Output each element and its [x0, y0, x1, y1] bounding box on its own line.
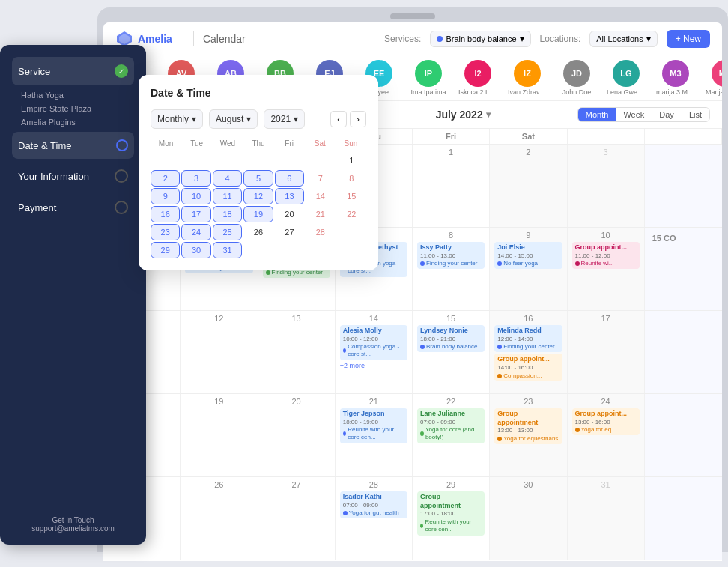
cal-cell[interactable]: 24 Group appoint... 13:00 - 16:00 Yoga f…: [568, 394, 645, 476]
cal-cell[interactable]: 29 Group appointment 17:00 - 18:00 Reuni…: [413, 477, 490, 560]
employee-item-9[interactable]: JDJohn Doe: [557, 60, 596, 96]
cal-event[interactable]: Group appoint... 11:00 - 12:00 Reunite w…: [572, 242, 640, 269]
mini-day[interactable]: 30: [181, 242, 210, 258]
more-events-link[interactable]: +2 more: [340, 362, 407, 369]
year-select[interactable]: 2021 ▾: [264, 109, 305, 129]
cal-event[interactable]: Issy Patty 11:00 - 13:00 Finding your ce…: [417, 242, 485, 269]
cal-cell[interactable]: 26: [181, 477, 258, 560]
cal-cell[interactable]: 13: [258, 311, 336, 393]
cal-event[interactable]: Isador Kathi 07:00 - 09:00 Yoga for gut …: [340, 491, 407, 518]
sidebar-step-datetime[interactable]: Date & Time: [12, 132, 134, 159]
cal-event[interactable]: Group appointment 17:00 - 18:00 Reunite …: [417, 491, 485, 536]
mini-day[interactable]: 15: [337, 188, 366, 204]
employee-item-6[interactable]: IPIma Ipatima: [409, 60, 448, 96]
tab-week[interactable]: Week: [616, 108, 652, 121]
mini-day[interactable]: 13: [275, 188, 304, 204]
mini-day[interactable]: 2: [151, 170, 180, 187]
cal-event[interactable]: Lyndsey Nonie 18:00 - 21:00 Brain body b…: [417, 325, 485, 352]
month-select[interactable]: August ▾: [209, 109, 258, 129]
cal-cell[interactable]: 28 Isador Kathi 07:00 - 09:00 Yoga for g…: [336, 477, 413, 560]
service-filter[interactable]: Brain body balance ▾: [430, 31, 530, 47]
cal-event[interactable]: Group appoint... 14:00 - 16:00 Compassio…: [494, 354, 562, 380]
mini-day[interactable]: 3: [181, 170, 210, 187]
tab-list[interactable]: List: [682, 108, 709, 121]
cal-cell[interactable]: 30: [490, 477, 567, 560]
cal-cell[interactable]: 2: [490, 145, 567, 227]
cal-cell[interactable]: 27: [258, 477, 336, 560]
mini-day[interactable]: [337, 224, 366, 240]
cal-cell[interactable]: 20: [258, 394, 336, 476]
sub-item-plugins[interactable]: Amelia Plugins: [21, 115, 134, 129]
mini-day[interactable]: 26: [243, 224, 273, 240]
mini-day[interactable]: 4: [213, 170, 242, 187]
cal-event[interactable]: Joi Elsie 14:00 - 15:00 No fear yoga: [494, 242, 562, 269]
cal-cell[interactable]: 31: [568, 477, 645, 560]
employee-item-11[interactable]: M3marija 3 Mike Sober: [656, 60, 695, 96]
cal-event[interactable]: Tiger Jepson 18:00 - 19:00 Reunite with …: [340, 408, 407, 443]
mini-day[interactable]: 14: [306, 188, 335, 204]
mini-day[interactable]: 6: [275, 170, 304, 187]
tab-month[interactable]: Month: [578, 108, 616, 121]
mini-day[interactable]: 10: [181, 188, 210, 204]
employee-item-7[interactable]: I2Iskrica 2 Lexie Erme: [458, 60, 497, 96]
mini-day[interactable]: 8: [337, 170, 366, 187]
mini-day[interactable]: 17: [181, 206, 210, 222]
cal-cell[interactable]: 15 Lyndsey Nonie 18:00 - 21:00 Brain bod…: [413, 311, 490, 393]
mini-day[interactable]: 7: [306, 170, 335, 187]
location-filter[interactable]: All Locations ▾: [589, 31, 657, 47]
sidebar-step-info[interactable]: Your Information: [12, 162, 134, 190]
cal-cell[interactable]: 16 Melinda Redd 12:00 - 14:00 Finding yo…: [490, 311, 567, 393]
cal-event[interactable]: Alesia Molly 10:00 - 12:00 Compassion yo…: [340, 325, 407, 360]
mini-day[interactable]: 25: [213, 224, 242, 240]
mini-day[interactable]: 9: [151, 188, 180, 204]
employee-item-10[interactable]: LGLena Gwen...: [607, 60, 646, 96]
sidebar-step-service[interactable]: Service ✓: [12, 57, 134, 85]
sub-item-empire[interactable]: Empire State Plaza: [21, 102, 134, 115]
mini-next-button[interactable]: ›: [350, 111, 366, 127]
employee-avatar: JD: [563, 60, 590, 87]
cal-cell[interactable]: 17: [568, 311, 645, 393]
cal-cell[interactable]: 14 Alesia Molly 10:00 - 12:00 Compassion…: [336, 311, 413, 393]
datetime-controls-row: Monthly ▾ August ▾ 2021 ▾ ‹ ›: [151, 109, 366, 129]
view-select[interactable]: Monthly ▾: [151, 109, 203, 129]
header-extra2: [645, 129, 722, 144]
mini-day[interactable]: 19: [243, 206, 273, 222]
mini-day[interactable]: 21: [306, 206, 335, 222]
cal-event[interactable]: Lane Julianne 07:00 - 09:00 Yoga for cor…: [417, 408, 485, 443]
mini-day[interactable]: 16: [151, 206, 180, 222]
mini-day[interactable]: 29: [151, 242, 180, 258]
sub-item-hatha[interactable]: Hatha Yoga: [21, 88, 134, 102]
mini-day[interactable]: 5: [243, 170, 273, 187]
cal-event[interactable]: Melinda Redd 12:00 - 14:00 Finding your …: [494, 325, 562, 352]
cal-cell[interactable]: 22 Lane Julianne 07:00 - 09:00 Yoga for …: [413, 394, 490, 476]
cal-cell[interactable]: 3: [568, 145, 645, 227]
cal-cell[interactable]: 19: [181, 394, 258, 476]
mini-prev-button[interactable]: ‹: [330, 111, 347, 127]
mini-day[interactable]: 11: [213, 188, 242, 204]
employee-item-8[interactable]: IZIvan Zdravk...: [508, 60, 547, 96]
mini-day[interactable]: 12: [243, 188, 273, 204]
mini-day[interactable]: 1: [337, 152, 366, 169]
cal-cell[interactable]: 9 Joi Elsie 14:00 - 15:00 No fear yoga: [490, 228, 567, 310]
mini-header-sun: Sun: [336, 138, 366, 149]
cal-event[interactable]: Group appoint... 13:00 - 16:00 Yoga for …: [572, 408, 640, 435]
new-button[interactable]: + New: [667, 30, 710, 48]
cal-event[interactable]: Group appointment 13:00 - 13:00 Yoga for…: [494, 408, 562, 444]
sidebar-step-payment[interactable]: Payment: [12, 193, 134, 222]
tab-day[interactable]: Day: [652, 108, 682, 121]
cal-cell[interactable]: 1: [413, 145, 490, 227]
mini-day[interactable]: 31: [213, 242, 242, 258]
cal-cell[interactable]: 23 Group appointment 13:00 - 13:00 Yoga …: [490, 394, 567, 476]
cal-cell[interactable]: 12: [181, 311, 258, 393]
mini-day[interactable]: 27: [275, 224, 304, 240]
cal-cell[interactable]: 10 Group appoint... 11:00 - 12:00 Reunit…: [568, 228, 645, 310]
mini-day[interactable]: 28: [306, 224, 335, 240]
mini-day[interactable]: 18: [213, 206, 242, 222]
mini-day[interactable]: 23: [151, 224, 180, 240]
employee-item-12[interactable]: MEMarija Ermi...: [706, 60, 722, 96]
cal-cell[interactable]: 8 Issy Patty 11:00 - 13:00 Finding your …: [413, 228, 490, 310]
mini-day[interactable]: 24: [181, 224, 210, 240]
cal-cell[interactable]: 21 Tiger Jepson 18:00 - 19:00 Reunite wi…: [336, 394, 413, 476]
mini-day[interactable]: 20: [275, 206, 304, 222]
mini-day[interactable]: 22: [337, 206, 366, 222]
